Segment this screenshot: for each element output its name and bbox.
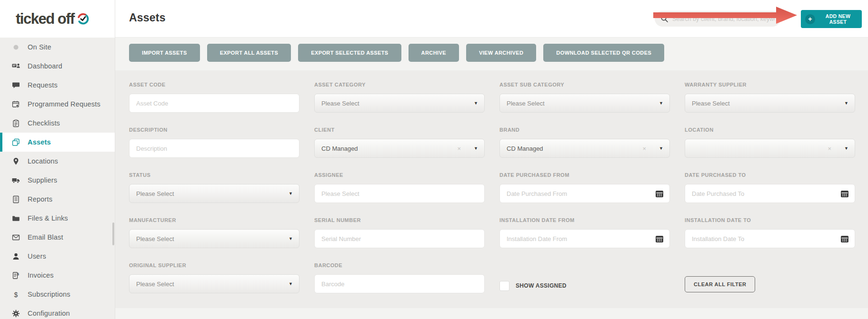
sidebar-item-assets[interactable]: Assets	[0, 133, 115, 152]
search-box[interactable]	[655, 11, 780, 27]
filter-date-purchased-to: DATE PURCHASED TO	[685, 172, 855, 203]
sidebar-item-invoices[interactable]: $ Invoices	[0, 266, 115, 285]
asset-actions-toolbar: IMPORT ASSETS EXPORT ALL ASSETS EXPORT S…	[129, 44, 664, 62]
filter-barcode: BARCODE	[314, 262, 485, 293]
clear-location-icon[interactable]: ×	[828, 145, 831, 152]
plus-icon: +	[805, 14, 815, 24]
barcode-input[interactable]	[315, 275, 484, 293]
chevron-down-icon: ▼	[289, 192, 293, 196]
filter-assignee: ASSIGNEE	[314, 172, 485, 203]
assets-layers-icon	[11, 138, 20, 146]
clear-filter-cell: CLEAR ALL FILTER	[685, 262, 855, 293]
sidebar-item-suppliers[interactable]: Suppliers	[0, 171, 115, 190]
import-assets-button[interactable]: IMPORT ASSETS	[129, 44, 200, 62]
clear-client-icon[interactable]: ×	[457, 145, 461, 152]
search-input[interactable]	[672, 16, 775, 22]
date-purchased-from-input[interactable]	[500, 184, 669, 203]
chevron-down-icon: ▼	[289, 282, 293, 286]
filter-warranty-supplier: WARRANTY SUPPLIER Please Select ▼	[685, 82, 855, 113]
archive-button[interactable]: ARCHIVE	[409, 44, 459, 62]
filter-asset-category: ASSET CATEGORY Please Select ▼	[314, 82, 485, 113]
location-select[interactable]: × ▼	[685, 139, 855, 158]
view-archived-button[interactable]: VIEW ARCHIVED	[466, 44, 536, 62]
clear-all-filter-button[interactable]: CLEAR ALL FILTER	[685, 276, 755, 292]
page-title: Assets	[129, 11, 166, 24]
filter-asset-sub-category: ASSET SUB CATEGORY Please Select ▼	[499, 82, 670, 113]
show-assigned-checkbox[interactable]	[499, 281, 509, 291]
brand-select[interactable]: CD Managed × ▼	[499, 139, 670, 158]
clipboard-icon	[11, 119, 20, 127]
chevron-down-icon: ▼	[289, 237, 293, 241]
chat-bubble-icon	[11, 81, 20, 89]
status-select[interactable]: Please Select ▼	[129, 184, 299, 203]
filter-status: STATUS Please Select ▼	[129, 172, 299, 203]
sidebar-item-checklists[interactable]: Checklists	[0, 114, 115, 133]
filter-installation-date-from: INSTALLATION DATE FROM	[499, 217, 670, 248]
sidebar-item-configuration[interactable]: Configuration	[0, 304, 115, 319]
filter-serial-number: SERIAL NUMBER	[314, 217, 485, 248]
calendar-check-icon	[11, 100, 20, 108]
sidebar-item-email-blast[interactable]: Email Blast	[0, 228, 115, 247]
calendar-icon[interactable]	[840, 235, 849, 244]
original-supplier-select[interactable]: Please Select ▼	[129, 274, 299, 293]
filter-description: DESCRIPTION	[129, 127, 299, 158]
folder-icon	[11, 214, 20, 222]
sidebar-item-requests[interactable]: Requests	[0, 76, 115, 95]
download-selected-qr-codes-button[interactable]: DOWNLOAD SELECTED QR CODES	[543, 44, 664, 62]
asset-sub-category-select[interactable]: Please Select ▼	[499, 94, 670, 113]
asset-code-input[interactable]	[130, 94, 299, 112]
svg-text:$: $	[17, 272, 19, 276]
logo-text: ticked off	[16, 10, 74, 28]
invoice-icon: $	[11, 271, 20, 280]
logo[interactable]: ticked off	[0, 0, 115, 38]
sidebar-item-users[interactable]: Users	[0, 247, 115, 266]
filter-asset-code: ASSET CODE	[129, 82, 299, 113]
sidebar: ticked off On Site Dashboard Reques	[0, 0, 115, 319]
manufacturer-select[interactable]: Please Select ▼	[129, 229, 299, 248]
document-icon	[11, 195, 20, 203]
sidebar-item-subscriptions[interactable]: $ Subscriptions	[0, 285, 115, 304]
sidebar-item-on-site[interactable]: On Site	[0, 38, 115, 57]
filter-installation-date-to: INSTALLATION DATE TO	[685, 217, 855, 248]
description-input[interactable]	[130, 139, 299, 157]
asset-category-select[interactable]: Please Select ▼	[314, 94, 485, 113]
sidebar-item-reports[interactable]: Reports	[0, 190, 115, 209]
sidebar-item-locations[interactable]: Locations	[0, 152, 115, 171]
show-assigned-field: SHOW ASSIGNED	[499, 262, 670, 293]
dashboard-icon	[11, 62, 20, 70]
logo-check-icon	[77, 13, 89, 25]
clear-brand-icon[interactable]: ×	[642, 145, 646, 152]
assignee-input[interactable]	[315, 184, 484, 203]
installation-date-to-input[interactable]	[685, 230, 855, 248]
filter-client: CLIENT CD Managed × ▼	[314, 127, 485, 158]
sidebar-item-programmed-requests[interactable]: Programmed Requests	[0, 95, 115, 114]
client-select[interactable]: CD Managed × ▼	[314, 139, 485, 158]
chevron-down-icon: ▼	[659, 146, 663, 151]
filter-date-purchased-from: DATE PURCHASED FROM	[499, 172, 670, 203]
search-icon	[660, 15, 668, 23]
chevron-down-icon: ▼	[474, 146, 478, 151]
truck-icon	[11, 176, 20, 184]
chevron-down-icon: ▼	[844, 146, 848, 151]
chevron-down-icon: ▼	[474, 101, 478, 106]
serial-number-input[interactable]	[315, 230, 484, 248]
filter-manufacturer: MANUFACTURER Please Select ▼	[129, 217, 299, 248]
installation-date-from-input[interactable]	[500, 230, 669, 248]
map-pin-icon	[11, 157, 20, 165]
sidebar-item-dashboard[interactable]: Dashboard	[0, 57, 115, 76]
calendar-icon[interactable]	[655, 235, 664, 244]
calendar-icon[interactable]	[655, 190, 664, 199]
export-selected-assets-button[interactable]: EXPORT SELECTED ASSETS	[298, 44, 401, 62]
warranty-supplier-select[interactable]: Please Select ▼	[685, 94, 855, 113]
sidebar-nav: On Site Dashboard Requests Programmed Re…	[0, 38, 115, 319]
filter-original-supplier: ORIGINAL SUPPLIER Please Select ▼	[129, 262, 299, 293]
user-icon	[11, 252, 20, 261]
dollar-icon: $	[11, 290, 20, 299]
sidebar-scrollbar[interactable]	[112, 222, 114, 245]
calendar-icon[interactable]	[840, 190, 849, 199]
export-all-assets-button[interactable]: EXPORT ALL ASSETS	[207, 44, 291, 62]
add-new-asset-button[interactable]: + ADD NEW ASSET	[801, 10, 862, 28]
sidebar-item-files-links[interactable]: Files & Links	[0, 209, 115, 228]
date-purchased-to-input[interactable]	[685, 184, 855, 203]
chevron-down-icon: ▼	[844, 101, 848, 106]
